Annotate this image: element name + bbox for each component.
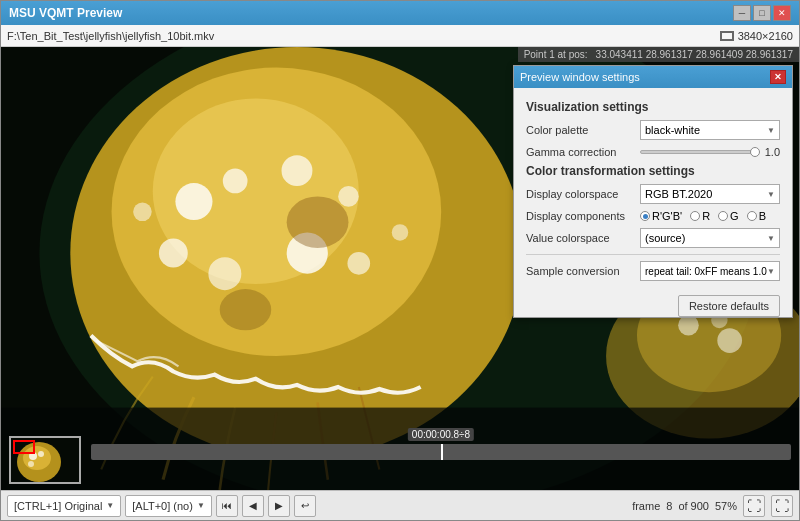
mode-dropdown-value: [ALT+0] (no) [132,500,193,512]
display-colorspace-row: Display colorspace RGB BT.2020 ▼ [526,184,780,204]
timeline-marker [441,444,443,460]
coords-label: Point 1 at pos: [524,49,588,60]
frame-total: of 900 [678,500,709,512]
gamma-correction-row: Gamma correction 1.0 [526,146,780,158]
value-colorspace-label: Value colorspace [526,232,636,244]
dialog-content: Visualization settings Color palette bla… [514,88,792,301]
source-dropdown-arrow: ▼ [106,501,114,510]
dialog-title: Preview window settings [520,71,640,83]
sample-conversion-select[interactable]: repeat tail: 0xFF means 1.0 ▼ [640,261,780,281]
display-components-label: Display components [526,210,636,222]
close-button[interactable]: ✕ [773,5,791,21]
source-dropdown[interactable]: [CTRL+1] Original ▼ [7,495,121,517]
color-palette-row: Color palette black-white ▼ [526,120,780,140]
source-dropdown-value: [CTRL+1] Original [14,500,102,512]
content-area: Point 1 at pos: 33.043411 28.961317 28.9… [1,47,799,490]
svg-point-9 [159,239,188,268]
svg-point-16 [220,289,272,330]
radio-b-label: B [759,210,766,222]
radio-g-circle[interactable] [718,211,728,221]
frame-number: 8 [666,500,672,512]
frame-label: frame [632,500,660,512]
radio-b-circle[interactable] [747,211,757,221]
filepath-bar: F:\Ten_Bit_Test\jellyfish\jellyfish_10bi… [1,25,799,47]
display-components-row: Display components R'G'B' R G [526,210,780,222]
svg-point-10 [208,257,241,290]
radio-item-r[interactable]: R [690,210,710,222]
radio-item-b[interactable]: B [747,210,766,222]
svg-point-15 [287,196,349,248]
main-window: MSU VQMT Preview ─ □ ✕ F:\Ten_Bit_Test\j… [0,0,800,521]
display-colorspace-value: RGB BT.2020 [645,188,712,200]
display-colorspace-label: Display colorspace [526,188,636,200]
dialog-titlebar: Preview window settings ✕ [514,66,792,88]
thumbnail-area [9,436,81,484]
filepath-text: F:\Ten_Bit_Test\jellyfish\jellyfish_10bi… [7,30,214,42]
zoom-level: 57% [715,500,737,512]
svg-point-14 [392,224,408,240]
thumbnail-highlight [13,440,35,454]
svg-point-8 [338,186,359,207]
svg-point-7 [282,155,313,186]
sample-conversion-row: Sample conversion repeat tail: 0xFF mean… [526,261,780,281]
nav-first-button[interactable]: ⏮ [216,495,238,517]
value-colorspace-row: Value colorspace (source) ▼ [526,228,780,248]
dialog-close-button[interactable]: ✕ [770,70,786,84]
zoom-fit-button[interactable]: ⛶ [743,495,765,517]
nav-last-button[interactable]: ↩ [294,495,316,517]
value-colorspace-value: (source) [645,232,685,244]
svg-point-6 [223,169,248,194]
resolution-area: 3840×2160 [720,30,793,42]
mode-dropdown-arrow: ▼ [197,501,205,510]
monitor-icon [720,31,734,41]
color-transform-section-title: Color transformation settings [526,164,780,178]
svg-point-5 [175,183,212,220]
resolution-text: 3840×2160 [738,30,793,42]
window-title: MSU VQMT Preview [9,6,122,20]
gamma-value: 1.0 [760,146,780,158]
display-components-radios: R'G'B' R G B [640,210,780,222]
svg-point-28 [28,461,34,467]
color-palette-select[interactable]: black-white ▼ [640,120,780,140]
nav-prev-button[interactable]: ◀ [242,495,264,517]
visualization-section-title: Visualization settings [526,100,780,114]
sample-conversion-value: repeat tail: 0xFF means 1.0 [645,266,767,277]
radio-item-rgb[interactable]: R'G'B' [640,210,682,222]
value-colorspace-arrow: ▼ [767,234,775,243]
sample-conversion-label: Sample conversion [526,265,636,277]
color-palette-value: black-white [645,124,700,136]
zoom-fullscreen-button[interactable]: ⛶ [771,495,793,517]
settings-dialog: Preview window settings ✕ Visualization … [513,65,793,318]
gamma-slider-handle[interactable] [750,147,760,157]
radio-rgb-dot [643,214,648,219]
title-bar: MSU VQMT Preview ─ □ ✕ [1,1,799,25]
title-controls: ─ □ ✕ [733,5,791,21]
radio-rgb-label: R'G'B' [652,210,682,222]
minimize-button[interactable]: ─ [733,5,751,21]
value-colorspace-select[interactable]: (source) ▼ [640,228,780,248]
gamma-slider[interactable] [640,150,756,154]
divider [526,254,780,255]
radio-g-label: G [730,210,739,222]
restore-defaults-button[interactable]: Restore defaults [678,295,780,317]
timeline-bar[interactable]: 00:00:00.8÷8 [91,444,791,460]
bottom-bar: [CTRL+1] Original ▼ [ALT+0] (no) ▼ ⏮ ◀ ▶… [1,490,799,520]
svg-point-21 [717,328,742,353]
display-colorspace-select[interactable]: RGB BT.2020 ▼ [640,184,780,204]
gamma-slider-container [640,150,756,154]
coords-bar: Point 1 at pos: 33.043411 28.961317 28.9… [518,47,799,62]
svg-point-27 [38,451,44,457]
coords-values: 33.043411 28.961317 28.961409 28.961317 [596,49,793,60]
nav-next-button[interactable]: ▶ [268,495,290,517]
frame-info: frame 8 of 900 57% ⛶ ⛶ [632,495,793,517]
radio-item-g[interactable]: G [718,210,739,222]
maximize-button[interactable]: □ [753,5,771,21]
radio-rgb-circle[interactable] [640,211,650,221]
svg-point-13 [133,203,152,222]
gamma-label: Gamma correction [526,146,636,158]
svg-point-12 [347,252,370,275]
radio-r-circle[interactable] [690,211,700,221]
radio-r-label: R [702,210,710,222]
display-colorspace-arrow: ▼ [767,190,775,199]
mode-dropdown[interactable]: [ALT+0] (no) ▼ [125,495,212,517]
